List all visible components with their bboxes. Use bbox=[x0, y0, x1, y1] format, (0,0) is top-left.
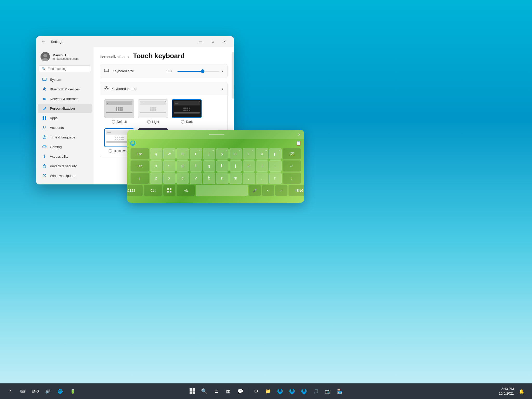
kb-key-lang[interactable]: ENG bbox=[288, 185, 304, 196]
kb-key-esc[interactable]: Esc bbox=[130, 148, 149, 159]
kb-key-enter[interactable]: ↵ bbox=[282, 160, 301, 172]
kb-key-ctrl[interactable]: Ctrl bbox=[144, 185, 162, 196]
kb-key-a[interactable]: a bbox=[150, 160, 162, 172]
theme-card-default[interactable]: ✕ bbox=[104, 99, 134, 124]
theme-card-light[interactable]: ✕ bbox=[138, 99, 168, 124]
taskbar-settings-app[interactable]: ⚙ bbox=[251, 386, 261, 396]
sidebar-item-update[interactable]: Windows Update bbox=[38, 171, 92, 180]
close-button[interactable]: ✕ bbox=[219, 37, 231, 46]
kb-key-c[interactable]: c bbox=[176, 172, 189, 184]
taskbar-files-app[interactable]: 📁 bbox=[263, 386, 273, 396]
kb-key-i[interactable]: i8 bbox=[243, 148, 255, 159]
kb-emoji-icon[interactable]: 🌐 bbox=[130, 140, 136, 146]
user-profile[interactable]: Mauro H. m_lab@outlook.com bbox=[36, 49, 94, 65]
sidebar-item-accounts[interactable]: Accounts bbox=[38, 123, 92, 132]
kb-key-win[interactable] bbox=[163, 185, 176, 196]
kb-key-alt[interactable]: Alt bbox=[176, 185, 195, 196]
sidebar-item-accessibility[interactable]: Accessibility bbox=[38, 152, 92, 161]
taskbar-edge-1[interactable]: 🌐 bbox=[275, 386, 285, 396]
search-box[interactable]: 🔍 bbox=[39, 65, 91, 72]
taskbar-taskview-button[interactable]: ⊏ bbox=[211, 386, 222, 396]
kb-key-k[interactable]: k bbox=[243, 160, 255, 172]
kb-key-w[interactable]: w2 bbox=[163, 148, 176, 159]
keyboard-size-slider[interactable] bbox=[177, 71, 220, 72]
kb-key-v[interactable]: v bbox=[190, 172, 202, 184]
kb-key-symbols[interactable]: &123 bbox=[127, 185, 143, 196]
kb-key-r[interactable]: r4 bbox=[190, 148, 202, 159]
kb-key-x[interactable]: x bbox=[163, 172, 176, 184]
notification-button[interactable]: 🔔 bbox=[516, 386, 527, 396]
kb-key-mic[interactable]: 🎤 bbox=[249, 185, 261, 196]
sidebar-item-personalization[interactable]: Personalization bbox=[38, 104, 92, 113]
kb-key-t[interactable]: t5 bbox=[203, 148, 215, 159]
kb-key-backspace[interactable]: ⌫ bbox=[282, 148, 301, 159]
kb-key-left[interactable]: < bbox=[262, 185, 274, 196]
taskbar-edge-2[interactable]: 🌐 bbox=[287, 386, 297, 396]
back-button[interactable]: ← bbox=[39, 37, 48, 46]
kb-key-m[interactable]: m bbox=[229, 172, 242, 184]
kb-key-u[interactable]: u7 bbox=[229, 148, 242, 159]
taskbar-music-app[interactable]: 🎵 bbox=[311, 386, 321, 396]
sidebar-item-system[interactable]: System bbox=[38, 75, 92, 84]
kb-clipboard-icon[interactable]: 📋 bbox=[296, 140, 301, 146]
kb-key-n[interactable]: n bbox=[216, 172, 229, 184]
sidebar-item-bluetooth[interactable]: Bluetooth & devices bbox=[38, 84, 92, 94]
sidebar-item-apps[interactable]: Apps bbox=[38, 113, 92, 123]
keyboard-size-chevron[interactable]: ▾ bbox=[222, 69, 223, 73]
kb-key-z[interactable]: z bbox=[150, 172, 162, 184]
kb-key-e[interactable]: e3 bbox=[176, 148, 189, 159]
taskbar-camera-app[interactable]: 📷 bbox=[323, 386, 333, 396]
kb-key-j[interactable]: j bbox=[229, 160, 242, 172]
kb-key-o[interactable]: o9 bbox=[256, 148, 268, 159]
taskbar-volume[interactable]: 🔊 bbox=[43, 386, 53, 396]
kb-key-l[interactable]: l bbox=[256, 160, 268, 172]
taskbar-search-button[interactable]: 🔍 bbox=[199, 386, 210, 396]
kb-key-b[interactable]: b bbox=[203, 172, 215, 184]
keyboard-theme-chevron[interactable]: ▴ bbox=[222, 87, 223, 91]
kb-key-g[interactable]: g bbox=[203, 160, 215, 172]
breadcrumb-parent[interactable]: Personalization bbox=[100, 55, 125, 59]
sidebar-item-time[interactable]: Time & language bbox=[38, 132, 92, 142]
sidebar-item-network[interactable]: Network & internet bbox=[38, 94, 92, 103]
radio-default[interactable] bbox=[112, 120, 115, 124]
maximize-button[interactable]: □ bbox=[207, 37, 219, 46]
sidebar-item-privacy[interactable]: Privacy & security bbox=[38, 161, 92, 171]
kb-key-tab[interactable]: Tab bbox=[130, 160, 149, 172]
kb-key-space[interactable] bbox=[196, 185, 248, 196]
kb-key-shift-right[interactable]: ⇧ bbox=[282, 172, 301, 184]
taskbar-language[interactable]: ENG bbox=[30, 386, 41, 396]
kb-key-h[interactable]: h bbox=[216, 160, 229, 172]
search-input[interactable] bbox=[48, 67, 88, 71]
taskbar-battery[interactable]: 🔋 bbox=[68, 386, 78, 396]
kb-key-semicolon[interactable]: ; bbox=[269, 160, 282, 172]
kb-key-shift-left[interactable]: ⇧ bbox=[130, 172, 149, 184]
taskbar-network[interactable]: 🌐 bbox=[55, 386, 65, 396]
taskbar-widgets-button[interactable]: ▦ bbox=[223, 386, 234, 396]
slider-thumb[interactable] bbox=[201, 69, 204, 73]
kb-key-p[interactable]: p0 bbox=[269, 148, 282, 159]
kb-key-comma[interactable]: ,; bbox=[243, 172, 255, 184]
sidebar-item-gaming[interactable]: Gaming bbox=[38, 142, 92, 151]
kb-key-right[interactable]: > bbox=[275, 185, 288, 196]
kb-key-d[interactable]: d bbox=[176, 160, 189, 172]
kb-key-period[interactable]: .. bbox=[256, 172, 268, 184]
kb-key-s[interactable]: s bbox=[163, 160, 176, 172]
minimize-button[interactable]: — bbox=[195, 37, 207, 46]
time-display[interactable]: 2:43 PM 10/6/2021 bbox=[499, 387, 514, 396]
taskbar-chat-button[interactable]: 💬 bbox=[235, 386, 245, 396]
radio-bw[interactable] bbox=[109, 149, 112, 153]
taskbar-start-button[interactable] bbox=[187, 386, 198, 396]
kb-key-y[interactable]: y6 bbox=[216, 148, 229, 159]
radio-light[interactable] bbox=[147, 120, 151, 124]
scrollbar-thumb[interactable] bbox=[232, 52, 234, 99]
theme-card-dark[interactable]: ✕ bbox=[172, 99, 202, 124]
kb-key-exclaim[interactable]: !? bbox=[269, 172, 282, 184]
system-tray-expand[interactable]: ∧ bbox=[5, 386, 16, 396]
taskbar-edge-3[interactable]: 🌐 bbox=[299, 386, 309, 396]
taskbar-store-app[interactable]: 🏪 bbox=[335, 386, 345, 396]
kb-key-q[interactable]: q1 bbox=[150, 148, 162, 159]
kb-close-button[interactable]: ✕ bbox=[298, 132, 301, 137]
kb-key-f[interactable]: f bbox=[190, 160, 202, 172]
radio-dark[interactable] bbox=[181, 120, 184, 124]
taskbar-keyboard-icon[interactable]: ⌨ bbox=[18, 386, 28, 396]
